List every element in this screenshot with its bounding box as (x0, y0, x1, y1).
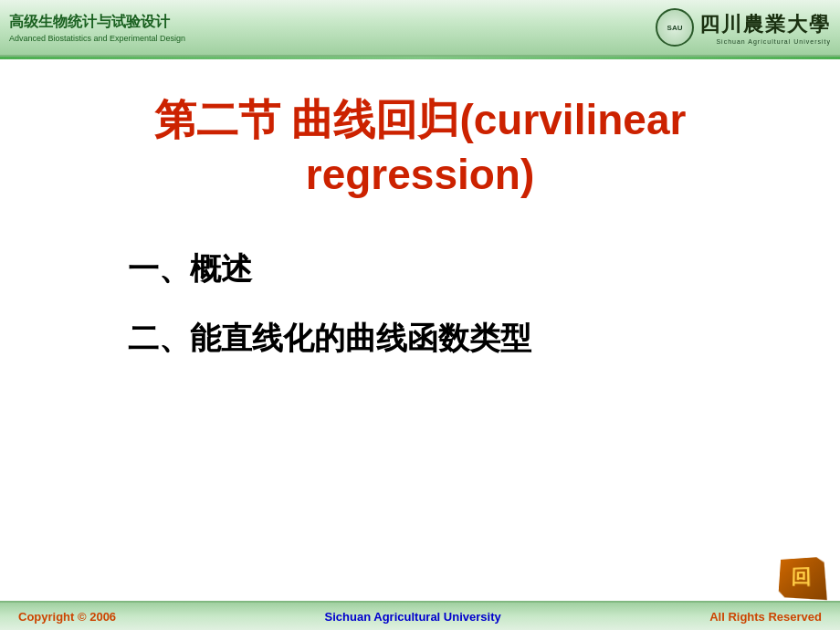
university-name-en: Sichuan Agricultural University (716, 38, 831, 45)
course-title-en: Advanced Biostatistics and Experimental … (9, 34, 185, 43)
title-line2: regression) (154, 148, 687, 203)
footer-copyright: Copyright © 2006 (18, 610, 116, 624)
back-arrow-decoration[interactable]: 回 (778, 557, 827, 600)
university-name-cn: 四川農業大學 (699, 11, 831, 38)
footer-university: Sichuan Agricultural University (325, 610, 501, 624)
content-item-2: 二、能直线化的曲线函数类型 (128, 318, 785, 360)
university-name-block: 四川農業大學 Sichuan Agricultural University (699, 11, 831, 45)
content-item-1: 一、概述 (128, 248, 785, 290)
content-items: 一、概述 二、能直线化的曲线函数类型 (55, 248, 785, 360)
header-right: SAU 四川農業大學 Sichuan Agricultural Universi… (656, 8, 831, 47)
slide-title-text: 第二节 曲线回归(curvilinear regression) (154, 93, 687, 203)
back-icon: 回 (791, 563, 812, 592)
top-accent-border (0, 57, 840, 59)
course-title-cn: 高级生物统计与试验设计 (9, 13, 185, 32)
header-left: 高级生物统计与试验设计 Advanced Biostatistics and E… (9, 13, 185, 43)
title-line1: 第二节 曲线回归(curvilinear (154, 93, 687, 148)
slide-title: 第二节 曲线回归(curvilinear regression) (154, 93, 687, 203)
header: 高级生物统计与试验设计 Advanced Biostatistics and E… (0, 0, 840, 57)
footer: Copyright © 2006 Sichuan Agricultural Un… (0, 601, 840, 630)
main-content: 第二节 曲线回归(curvilinear regression) 一、概述 二、… (0, 57, 840, 601)
university-logo: SAU (656, 8, 694, 47)
footer-rights: All Rights Reserved (709, 610, 822, 624)
